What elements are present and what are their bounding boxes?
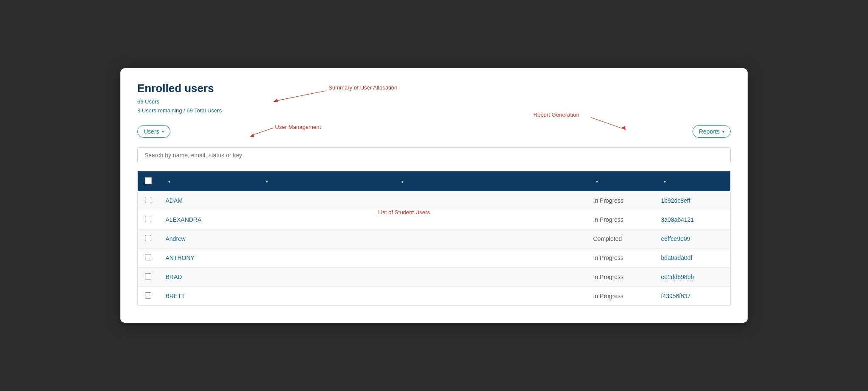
row-col2 (256, 287, 392, 306)
row-checkbox[interactable] (145, 235, 151, 241)
select-all-checkbox[interactable] (145, 177, 152, 184)
users-chevron-icon: ▾ (162, 129, 164, 134)
row-name: BRAD (159, 268, 256, 287)
row-key: 3a08ab4121 (654, 210, 731, 229)
row-checkbox[interactable] (145, 197, 151, 203)
table-row: ADAM In Progress 1b92dc8eff (138, 191, 731, 210)
header-col-3[interactable]: ▾ (392, 171, 587, 192)
header-checkbox-col (138, 171, 159, 192)
search-input[interactable] (137, 147, 731, 163)
row-key: bda0ada0df (654, 249, 731, 268)
search-bar (137, 147, 731, 163)
table-row: Andrew Completed e6ffce9e09 (138, 229, 731, 249)
row-col3 (392, 268, 587, 287)
page-title: Enrolled users (137, 82, 731, 95)
row-name: ALEXANDRA (159, 210, 256, 229)
table-row: BRETT In Progress f43956f637 (138, 287, 731, 306)
users-table: ▾ ▾ ▾ ▾ ▾ ADAM (137, 171, 731, 306)
row-col3 (392, 210, 587, 229)
table-row: ANTHONY In Progress bda0ada0df (138, 249, 731, 268)
row-status: In Progress (587, 191, 654, 210)
table-header-row: ▾ ▾ ▾ ▾ ▾ (138, 171, 731, 192)
row-key: 1b92dc8eff (654, 191, 731, 210)
row-key: ee2dd898bb (654, 268, 731, 287)
row-status: In Progress (587, 210, 654, 229)
row-col3 (392, 287, 587, 306)
toolbar: Users ▾ Reports ▾ (137, 125, 731, 138)
header-section: Enrolled users 66 Users 3 Users remainin… (137, 82, 731, 115)
row-checkbox[interactable] (145, 292, 151, 299)
row-col2 (256, 268, 392, 287)
row-name: ADAM (159, 191, 256, 210)
row-checkbox[interactable] (145, 254, 151, 260)
row-status: In Progress (587, 287, 654, 306)
users-dropdown-button[interactable]: Users ▾ (137, 125, 170, 138)
row-checkbox-cell (138, 191, 159, 210)
row-key: e6ffce9e09 (654, 229, 731, 249)
col3-chevron-icon: ▾ (401, 179, 403, 184)
row-col3 (392, 249, 587, 268)
row-key: f43956f637 (654, 287, 731, 306)
header-col-1[interactable]: ▾ (159, 171, 256, 192)
users-button-label: Users (144, 128, 159, 135)
user-count: 66 Users (137, 98, 731, 106)
row-checkbox[interactable] (145, 273, 151, 279)
row-checkbox-cell (138, 210, 159, 229)
row-status: In Progress (587, 268, 654, 287)
row-col3 (392, 229, 587, 249)
table-body: ADAM In Progress 1b92dc8eff ALEXANDRA In… (138, 191, 731, 306)
header-col-5[interactable]: ▾ (654, 171, 731, 192)
row-checkbox-cell (138, 268, 159, 287)
col5-chevron-icon: ▾ (664, 179, 666, 184)
header-col-2[interactable]: ▾ (256, 171, 392, 192)
col1-chevron-icon: ▾ (168, 179, 170, 184)
row-col2 (256, 191, 392, 210)
row-checkbox-cell (138, 249, 159, 268)
reports-chevron-icon: ▾ (722, 129, 724, 134)
table-row: ALEXANDRA In Progress 3a08ab4121 (138, 210, 731, 229)
main-window: Summary of User Allocation Report Genera… (120, 68, 748, 323)
row-col2 (256, 249, 392, 268)
col4-chevron-icon: ▾ (596, 179, 598, 184)
row-checkbox-cell (138, 229, 159, 249)
reports-dropdown-button[interactable]: Reports ▾ (693, 125, 731, 138)
row-checkbox-cell (138, 287, 159, 306)
row-col2 (256, 229, 392, 249)
row-status: Completed (587, 229, 654, 249)
row-name: BRETT (159, 287, 256, 306)
table-row: BRAD In Progress ee2dd898bb (138, 268, 731, 287)
reports-button-label: Reports (699, 128, 720, 135)
row-checkbox[interactable] (145, 216, 151, 222)
users-remaining: 3 Users remaining / 69 Total Users (137, 106, 731, 115)
row-status: In Progress (587, 249, 654, 268)
row-col3 (392, 191, 587, 210)
row-name: Andrew (159, 229, 256, 249)
user-summary: 66 Users 3 Users remaining / 69 Total Us… (137, 98, 731, 115)
row-col2 (256, 210, 392, 229)
header-col-4[interactable]: ▾ (587, 171, 654, 192)
col2-chevron-icon: ▾ (266, 179, 268, 184)
row-name: ANTHONY (159, 249, 256, 268)
